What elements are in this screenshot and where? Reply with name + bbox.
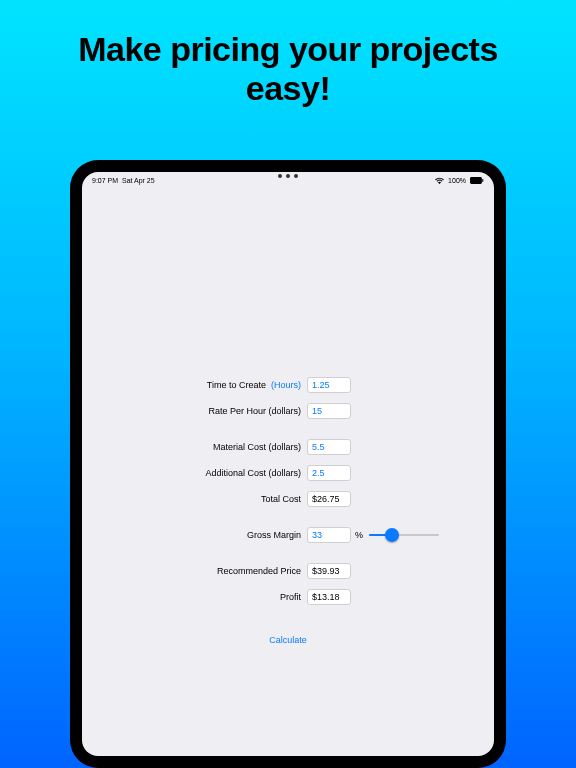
- row-profit: Profit $13.18: [82, 589, 494, 605]
- tablet-frame: 9:07 PM Sat Apr 25 100% Time to Create (…: [70, 160, 506, 768]
- label-recommended-price: Recommended Price: [82, 566, 307, 576]
- row-gross-margin: Gross Margin 33 %: [82, 527, 494, 543]
- unit-hours: (Hours): [271, 380, 301, 390]
- battery-percent: 100%: [448, 177, 466, 184]
- output-profit: $13.18: [307, 589, 351, 605]
- slider-gross-margin[interactable]: [369, 527, 439, 543]
- input-time-to-create[interactable]: 1.25: [307, 377, 351, 393]
- status-bar: 9:07 PM Sat Apr 25 100%: [82, 177, 494, 184]
- input-additional-cost[interactable]: 2.5: [307, 465, 351, 481]
- label-gross-margin: Gross Margin: [82, 530, 307, 540]
- tablet-screen: 9:07 PM Sat Apr 25 100% Time to Create (…: [82, 172, 494, 756]
- row-material-cost: Material Cost (dollars) 5.5: [82, 439, 494, 455]
- status-time: 9:07 PM: [92, 177, 118, 184]
- row-additional-cost: Additional Cost (dollars) 2.5: [82, 465, 494, 481]
- svg-rect-0: [470, 177, 482, 184]
- label-time-to-create: Time to Create (Hours): [82, 380, 307, 390]
- status-date: Sat Apr 25: [122, 177, 155, 184]
- wifi-icon: [435, 177, 444, 184]
- svg-rect-1: [482, 179, 483, 182]
- label-rate-per-hour: Rate Per Hour (dollars): [82, 406, 307, 416]
- input-material-cost[interactable]: 5.5: [307, 439, 351, 455]
- headline-line1: Make pricing your projects: [0, 30, 576, 69]
- row-recommended-price: Recommended Price $39.93: [82, 563, 494, 579]
- input-gross-margin[interactable]: 33: [307, 527, 351, 543]
- label-profit: Profit: [82, 592, 307, 602]
- slider-thumb[interactable]: [385, 528, 399, 542]
- output-recommended-price: $39.93: [307, 563, 351, 579]
- status-right: 100%: [435, 177, 484, 184]
- pricing-form: Time to Create (Hours) 1.25 Rate Per Hou…: [82, 377, 494, 645]
- label-total-cost: Total Cost: [82, 494, 307, 504]
- promo-headline: Make pricing your projects easy!: [0, 0, 576, 108]
- calculate-button[interactable]: Calculate: [82, 635, 494, 645]
- row-time-to-create: Time to Create (Hours) 1.25: [82, 377, 494, 393]
- percent-sign: %: [355, 530, 363, 540]
- battery-icon: [470, 177, 484, 184]
- row-rate-per-hour: Rate Per Hour (dollars) 15: [82, 403, 494, 419]
- output-total-cost: $26.75: [307, 491, 351, 507]
- input-rate-per-hour[interactable]: 15: [307, 403, 351, 419]
- status-left: 9:07 PM Sat Apr 25: [92, 177, 155, 184]
- row-total-cost: Total Cost $26.75: [82, 491, 494, 507]
- label-additional-cost: Additional Cost (dollars): [82, 468, 307, 478]
- label-material-cost: Material Cost (dollars): [82, 442, 307, 452]
- headline-line2: easy!: [0, 69, 576, 108]
